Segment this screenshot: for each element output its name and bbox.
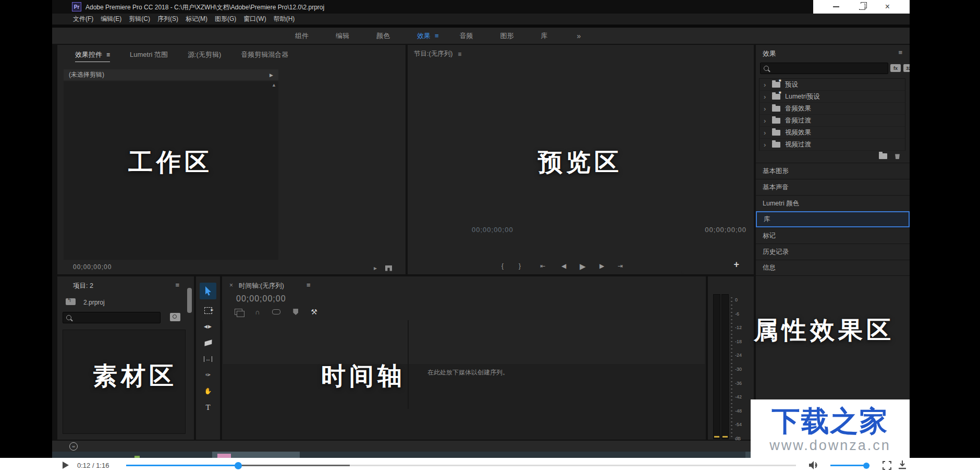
32bit-effects-icon[interactable]: 32 bbox=[903, 64, 910, 72]
project-search-input[interactable] bbox=[75, 313, 152, 322]
chevron-right-icon[interactable]: › bbox=[764, 117, 772, 125]
effects-tree-item[interactable]: ›音频效果 bbox=[760, 103, 905, 115]
timeline-timecode[interactable]: 00;00;00;00 bbox=[236, 294, 286, 304]
stacked-panel-历史记录[interactable]: 历史记录 bbox=[756, 244, 910, 260]
workspace-tab-效果[interactable]: 效果 bbox=[403, 31, 435, 41]
panel-tab-源:(无剪辑)[interactable]: 源:(无剪辑) bbox=[188, 50, 221, 59]
chevron-right-icon[interactable]: › bbox=[764, 93, 772, 101]
strip-fragment bbox=[217, 454, 231, 458]
menu-item[interactable]: 编辑(E) bbox=[101, 15, 121, 23]
menu-item[interactable]: 帮助(H) bbox=[274, 15, 295, 23]
selection-tool[interactable] bbox=[200, 283, 216, 299]
chevron-right-icon[interactable]: › bbox=[764, 81, 772, 89]
player-progress-bar[interactable] bbox=[126, 465, 796, 466]
project-home-icon[interactable] bbox=[66, 298, 76, 305]
find-in-bin-icon[interactable] bbox=[170, 313, 180, 321]
effects-tree-item[interactable]: ›Lumetri预设 bbox=[760, 91, 905, 103]
chevron-right-icon[interactable]: › bbox=[764, 141, 772, 149]
download-icon[interactable] bbox=[898, 460, 906, 472]
new-bin-icon[interactable] bbox=[879, 153, 887, 159]
program-current-timecode[interactable]: 00;00;00;00 bbox=[472, 226, 513, 234]
effects-tree-item[interactable]: ›视频过渡 bbox=[760, 139, 905, 151]
pen-tool[interactable]: ✑ bbox=[200, 370, 216, 380]
chevron-right-icon[interactable]: › bbox=[764, 129, 772, 137]
volume-icon[interactable] bbox=[809, 460, 819, 472]
hand-tool[interactable]: ✋ bbox=[200, 386, 216, 396]
timeline-track-area[interactable]: 在此处放下媒体以创建序列。 bbox=[222, 320, 706, 440]
workspace-overflow-icon[interactable]: » bbox=[561, 32, 581, 40]
volume-slider[interactable] bbox=[830, 465, 869, 466]
workspace-tab-颜色[interactable]: 颜色 bbox=[363, 31, 403, 41]
minimize-icon[interactable] bbox=[833, 6, 839, 7]
timeline-settings-icon[interactable]: ⚒ bbox=[311, 308, 317, 316]
menu-item[interactable]: 序列(S) bbox=[157, 15, 178, 23]
panel-menu-icon[interactable]: ≡ bbox=[458, 51, 461, 58]
panel-tab-效果控件[interactable]: 效果控件≡ bbox=[75, 50, 110, 62]
volume-knob[interactable] bbox=[863, 463, 869, 469]
mark-in-icon[interactable]: { bbox=[501, 263, 504, 269]
panel-menu-icon[interactable]: ≡ bbox=[175, 281, 179, 289]
mark-out-icon[interactable]: } bbox=[519, 263, 521, 269]
scroll-up-icon[interactable]: ▲ bbox=[272, 82, 276, 88]
menu-item[interactable]: 窗口(W) bbox=[243, 15, 266, 23]
workspace-menu-icon[interactable]: ≡ bbox=[435, 32, 446, 40]
ripple-edit-tool[interactable]: ◀▶ bbox=[200, 321, 216, 332]
panel-menu-icon[interactable]: ≡ bbox=[307, 281, 311, 289]
workspace-tab-库[interactable]: 库 bbox=[528, 31, 561, 41]
menu-item[interactable]: 图形(G) bbox=[215, 15, 236, 23]
stacked-panel-信息[interactable]: 信息 bbox=[756, 260, 910, 276]
step-forward-icon[interactable]: ▶ bbox=[599, 263, 604, 269]
effects-tree-item[interactable]: ›音频过渡 bbox=[760, 115, 905, 127]
stacked-panel-基本图形[interactable]: 基本图形 bbox=[756, 163, 910, 179]
panel-tab-音频剪辑混合器[interactable]: 音频剪辑混合器 bbox=[241, 50, 288, 59]
nest-sequence-icon[interactable] bbox=[235, 309, 242, 315]
snap-magnet-icon[interactable]: ∩ bbox=[255, 309, 260, 316]
workspace-tab-音频[interactable]: 音频 bbox=[446, 31, 487, 41]
workspace-tab-组件[interactable]: 组件 bbox=[281, 31, 322, 41]
add-marker-icon[interactable] bbox=[293, 309, 298, 315]
stacked-panel-基本声音[interactable]: 基本声音 bbox=[756, 179, 910, 195]
hand-icon: ✋ bbox=[204, 387, 212, 395]
go-to-in-icon[interactable]: ⇤ bbox=[540, 263, 545, 269]
chevron-right-icon[interactable]: › bbox=[764, 105, 772, 113]
close-icon[interactable]: × bbox=[885, 3, 890, 11]
type-tool[interactable]: T bbox=[200, 402, 216, 413]
delete-icon[interactable] bbox=[895, 153, 900, 159]
play-around-icon[interactable]: ▸ bbox=[374, 264, 377, 272]
linked-selection-icon[interactable] bbox=[272, 309, 280, 314]
restore-icon[interactable] bbox=[859, 4, 865, 10]
effects-tree-item[interactable]: ›视频效果 bbox=[760, 127, 905, 139]
panel-menu-icon[interactable]: ≡ bbox=[106, 51, 110, 58]
fullscreen-icon[interactable] bbox=[883, 461, 891, 472]
stacked-panel-库[interactable]: 库 bbox=[756, 211, 910, 227]
effect-controls-timecode[interactable]: 00;00;00;00 bbox=[73, 263, 112, 271]
panel-menu-icon[interactable]: ≡ bbox=[898, 48, 902, 56]
workspace-tab-图形[interactable]: 图形 bbox=[487, 31, 528, 41]
player-seek-knob[interactable] bbox=[235, 462, 242, 469]
razor-tool[interactable] bbox=[200, 337, 216, 348]
panel-tab-Lumetri 范围[interactable]: Lumetri 范围 bbox=[130, 50, 168, 59]
clip-status-row[interactable]: (未选择剪辑) ▶ bbox=[64, 69, 278, 80]
meter-scale-label: -24 bbox=[735, 353, 742, 358]
track-select-tool[interactable] bbox=[200, 305, 216, 316]
go-to-out-icon[interactable]: ⇥ bbox=[618, 263, 623, 269]
workspace-tab-编辑[interactable]: 编辑 bbox=[322, 31, 363, 41]
accelerated-effects-icon[interactable]: fx bbox=[890, 64, 901, 72]
menu-item[interactable]: 标记(M) bbox=[186, 15, 207, 23]
stacked-panel-标记[interactable]: 标记 bbox=[756, 227, 910, 244]
expand-icon[interactable]: ▶ bbox=[270, 72, 273, 78]
menu-item[interactable]: 文件(F) bbox=[73, 15, 93, 23]
slip-tool[interactable]: ↔ bbox=[200, 354, 216, 364]
play-icon[interactable]: ▶ bbox=[580, 262, 586, 270]
effects-tree-item[interactable]: ›预设 bbox=[760, 79, 905, 91]
project-panel: 项目: 2 ≡ 2.prproj bbox=[57, 276, 194, 440]
export-frame-icon[interactable] bbox=[385, 265, 392, 271]
button-editor-icon[interactable]: + bbox=[733, 260, 739, 269]
close-panel-icon[interactable]: × bbox=[229, 282, 233, 289]
effects-search-input[interactable] bbox=[772, 64, 873, 72]
scrollbar-thumb[interactable] bbox=[187, 288, 192, 313]
player-play-icon[interactable] bbox=[63, 462, 69, 469]
stacked-panel-Lumetri 颜色[interactable]: Lumetri 颜色 bbox=[756, 195, 910, 211]
menu-item[interactable]: 剪辑(C) bbox=[129, 15, 150, 23]
step-back-icon[interactable]: ◀ bbox=[561, 263, 566, 269]
